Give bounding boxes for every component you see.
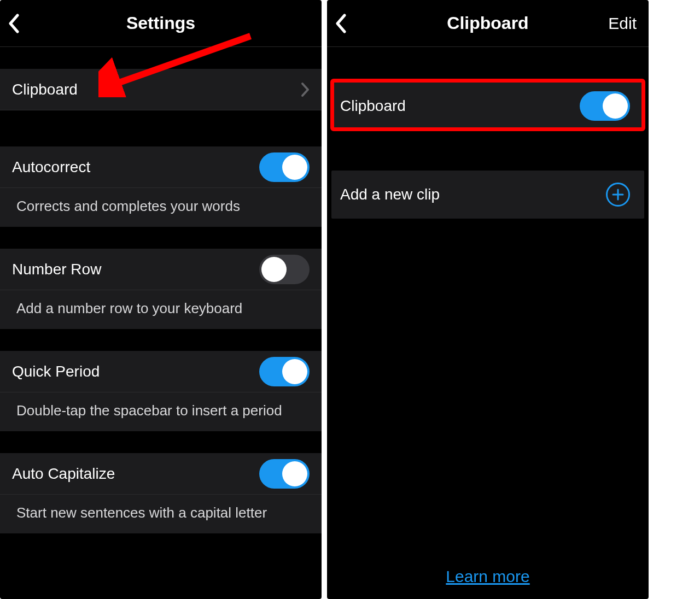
- row-label: Clipboard: [12, 81, 301, 98]
- autocorrect-desc: Corrects and completes your words: [0, 188, 322, 227]
- clipboard-panel: Clipboard Edit Clipboard Add a new clip …: [327, 0, 649, 599]
- autocorrect-toggle[interactable]: [259, 152, 310, 182]
- quickperiod-toggle[interactable]: [259, 357, 310, 386]
- spacer: [327, 130, 649, 171]
- row-label: Add a new clip: [340, 186, 606, 203]
- autocorrect-row[interactable]: Autocorrect: [0, 146, 322, 188]
- back-button[interactable]: [335, 14, 347, 33]
- quickperiod-desc: Double-tap the spacebar to insert a peri…: [0, 392, 322, 431]
- clipboard-nav: Clipboard Edit: [327, 0, 649, 47]
- back-button[interactable]: [8, 14, 20, 33]
- autocap-toggle[interactable]: [259, 459, 310, 489]
- autocap-desc: Start new sentences with a capital lette…: [0, 495, 322, 533]
- row-label: Autocorrect: [12, 158, 259, 176]
- spacer: [327, 47, 649, 82]
- row-label: Quick Period: [12, 363, 259, 380]
- add-clip-row[interactable]: Add a new clip: [331, 171, 644, 219]
- row-label: Number Row: [12, 261, 259, 278]
- edit-button[interactable]: Edit: [608, 14, 637, 33]
- spacer: [0, 47, 322, 69]
- settings-panel: Settings Clipboard Autocorrect Corrects …: [0, 0, 322, 599]
- numberrow-row[interactable]: Number Row: [0, 249, 322, 290]
- spacer: [0, 329, 322, 351]
- row-label: Auto Capitalize: [12, 465, 259, 483]
- page-title: Settings: [126, 13, 195, 33]
- quickperiod-row[interactable]: Quick Period: [0, 351, 322, 392]
- clipboard-toggle-row[interactable]: Clipboard: [331, 82, 644, 130]
- chevron-right-icon: [301, 82, 310, 97]
- autocap-row[interactable]: Auto Capitalize: [0, 453, 322, 495]
- spacer: [0, 110, 322, 146]
- spacer: [0, 431, 322, 453]
- numberrow-desc: Add a number row to your keyboard: [0, 290, 322, 329]
- numberrow-toggle[interactable]: [259, 255, 310, 284]
- row-label: Clipboard: [340, 97, 580, 115]
- chevron-left-icon: [8, 14, 20, 33]
- clipboard-toggle[interactable]: [580, 91, 630, 121]
- chevron-left-icon: [335, 14, 347, 33]
- spacer: [0, 227, 322, 249]
- learn-more-link[interactable]: Learn more: [446, 567, 529, 586]
- page-title: Clipboard: [447, 13, 528, 33]
- clipboard-row[interactable]: Clipboard: [0, 69, 322, 110]
- settings-nav: Settings: [0, 0, 322, 47]
- plus-circle-icon: [606, 183, 630, 207]
